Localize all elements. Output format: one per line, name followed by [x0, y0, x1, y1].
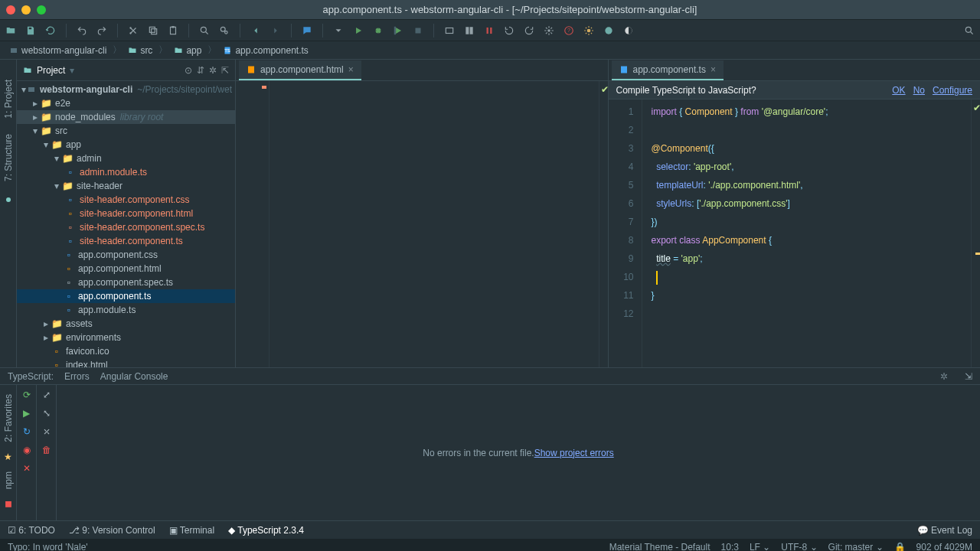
star-icon[interactable]: ★ [4, 452, 12, 462]
breadcrumb-app[interactable]: app [171, 44, 204, 57]
event-log-button[interactable]: 💬 Event Log [917, 525, 972, 536]
tree-file-sh-html[interactable]: ▫site-header.component.html [17, 207, 235, 220]
project-tool-button[interactable]: 1: Project [2, 75, 15, 123]
todo-tool-button[interactable]: ☑ 6: TODO [8, 525, 55, 536]
redo-icon[interactable] [96, 24, 108, 37]
recompile-icon[interactable]: ⟳ [23, 390, 31, 400]
tree-folder-e2e[interactable]: ▸📁e2e [17, 96, 235, 110]
toolbox-icon-1[interactable] [443, 24, 456, 37]
ts-gear-icon[interactable]: ✲ [940, 371, 948, 382]
debug-icon[interactable] [372, 24, 384, 37]
stop-icon[interactable] [412, 24, 424, 37]
typescript-tool-button[interactable]: ◆ TypeScript 2.3.4 [228, 525, 304, 536]
run-coverage-icon[interactable] [392, 24, 404, 37]
open-file-icon[interactable] [5, 24, 17, 37]
refresh-icon[interactable] [44, 24, 57, 37]
tab-app-component-ts[interactable]: app.component.ts × [612, 60, 724, 80]
history-undo-icon[interactable] [503, 24, 515, 37]
structure-tool-button[interactable]: 7: Structure [2, 129, 15, 186]
chat-icon[interactable] [301, 24, 313, 37]
maximize-window-button[interactable] [37, 5, 46, 15]
breadcrumb-root[interactable]: webstorm-angular-cli [6, 44, 109, 57]
settings-icon[interactable] [543, 24, 555, 37]
tree-folder-assets[interactable]: ▸📁assets [17, 317, 235, 331]
material-dot-icon[interactable] [4, 195, 13, 204]
caret-position[interactable]: 10:3 [721, 542, 739, 551]
tree-file-sh-css[interactable]: ▫site-header.component.css [17, 193, 235, 207]
warning-marker[interactable] [975, 253, 980, 255]
line-sep[interactable]: LF ⌄ [750, 542, 770, 551]
collapse-all-icon[interactable]: ⇵ [197, 65, 204, 76]
expand-all-icon[interactable]: ⤡ [43, 408, 51, 419]
copy-icon[interactable] [147, 24, 159, 37]
search-everywhere-icon[interactable] [963, 24, 975, 37]
tab-errors[interactable]: Errors [64, 371, 90, 382]
alert-icon[interactable]: ◉ [23, 445, 31, 455]
tree-folder-src[interactable]: ▾📁src [17, 124, 235, 138]
contrast-icon[interactable] [622, 24, 635, 37]
breadcrumb-src[interactable]: src [125, 44, 155, 57]
tree-folder-site-header[interactable]: ▾📁site-header [17, 179, 235, 193]
help-icon[interactable]: ? [563, 24, 575, 37]
right-editor-body[interactable]: 123 456 789 101112 import { Component } … [609, 99, 981, 367]
tab-app-component-html[interactable]: app.component.html × [239, 60, 361, 80]
minimize-window-button[interactable] [21, 5, 31, 15]
tree-folder-environments[interactable]: ▸📁environments [17, 331, 235, 344]
collapse-icon[interactable]: ⤫ [43, 426, 51, 437]
tree-folder-node-modules[interactable]: ▸📁node_moduleslibrary root [17, 110, 235, 124]
compile-ok-link[interactable]: OK [892, 85, 905, 96]
favorites-tool-button[interactable]: 2: Favorites [2, 390, 15, 447]
close-window-button[interactable] [6, 5, 15, 15]
undo-icon[interactable] [76, 24, 88, 37]
back-icon[interactable] [250, 24, 262, 37]
show-project-errors-link[interactable]: Show project errors [534, 448, 614, 458]
tree-file-app-ts[interactable]: ▫app.component.ts [17, 289, 235, 303]
close-tab-icon[interactable]: × [348, 64, 354, 75]
hide-panel-icon[interactable]: ⇱ [221, 65, 229, 76]
npm-tool-button[interactable]: npm [2, 467, 15, 494]
filter-icon[interactable]: ▶ [23, 408, 30, 419]
tree-file-app-css[interactable]: ▫app.component.css [17, 248, 235, 262]
toolbox-icon-2[interactable] [463, 24, 475, 37]
theme-indicator[interactable]: Material Theme - Default [609, 542, 710, 551]
tree-file-app-module[interactable]: ▫app.module.ts [17, 303, 235, 317]
tree-file-favicon[interactable]: ▫favicon.ico [17, 344, 235, 358]
tree-file-sh-ts[interactable]: ▫site-header.component.ts [17, 234, 235, 248]
run-icon[interactable] [352, 24, 364, 37]
cut-icon[interactable] [127, 24, 139, 37]
save-icon[interactable] [24, 24, 37, 37]
tree-file-app-html[interactable]: ▫app.component.html [17, 262, 235, 276]
tree-file-index-html[interactable]: ▫index.html [17, 358, 235, 367]
expand-icon[interactable]: ⤢ [43, 390, 51, 400]
encoding[interactable]: UTF-8 ⌄ [781, 542, 817, 551]
tree-folder-app[interactable]: ▾📁app [17, 138, 235, 152]
tree-file-sh-spec[interactable]: ▫site-header.component.spec.ts [17, 220, 235, 234]
reload-icon[interactable]: ↻ [23, 426, 31, 437]
npm-icon[interactable]: ◼ [5, 498, 12, 509]
left-editor-body[interactable]: ✔ [236, 81, 608, 367]
material-icon[interactable] [603, 24, 615, 37]
memory-indicator[interactable]: 902 of 4029M [916, 542, 972, 551]
paste-icon[interactable] [167, 24, 179, 37]
delete-icon[interactable]: 🗑 [42, 445, 51, 455]
ts-hide-icon[interactable]: ⇲ [965, 371, 972, 382]
git-branch[interactable]: Git: master ⌄ [828, 542, 884, 551]
sun-icon[interactable] [583, 24, 595, 37]
project-tree[interactable]: ▾webstorm-angular-cli~/Projects/sitepoin… [17, 81, 235, 367]
forward-icon[interactable] [270, 24, 282, 37]
search-icon[interactable] [198, 24, 211, 37]
replace-icon[interactable] [218, 24, 230, 37]
terminal-tool-button[interactable]: ▣ Terminal [169, 525, 214, 536]
vcs-tool-button[interactable]: ⎇ 9: Version Control [69, 525, 155, 536]
lock-icon[interactable]: 🔒 [894, 542, 906, 551]
run-config-dropdown[interactable] [332, 24, 345, 37]
pause-red-icon[interactable] [483, 24, 495, 37]
breadcrumb-file[interactable]: TSapp.component.ts [220, 44, 311, 57]
chevron-down-icon[interactable]: ▾ [70, 65, 74, 76]
compile-configure-link[interactable]: Configure [933, 85, 972, 96]
tab-angular-console[interactable]: Angular Console [100, 371, 168, 382]
gear-icon[interactable]: ✲ [209, 65, 217, 76]
target-icon[interactable]: ⊙ [185, 65, 192, 76]
compile-no-link[interactable]: No [913, 85, 925, 96]
close-tab-icon[interactable]: × [710, 64, 716, 75]
